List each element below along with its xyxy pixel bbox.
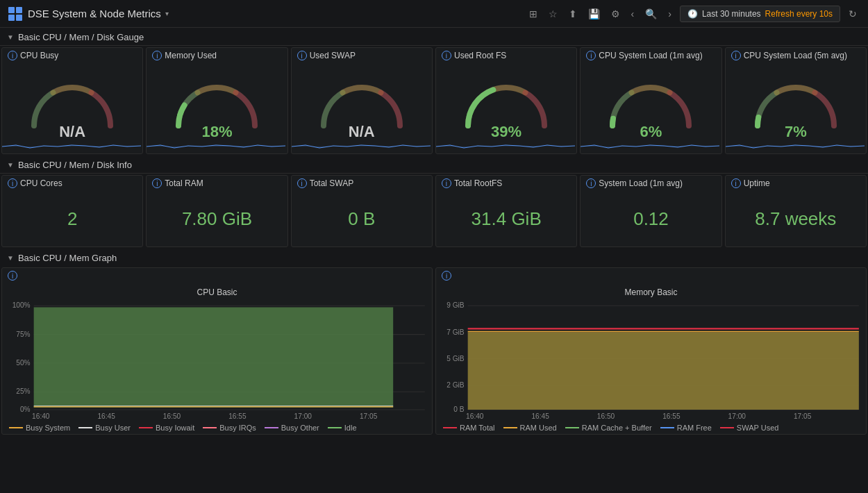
info-title-bar-0: i CPU Cores [2, 176, 142, 191]
legend-item-4[interactable]: Busy Other [265, 424, 319, 432]
graph-section-header[interactable]: ▼ Basic CPU / Mem Graph [0, 249, 868, 266]
back-button[interactable]: ‹ [628, 6, 637, 22]
gauge-panel-row: i CPU Busy N/A i Memory Used 1 [0, 45, 868, 156]
mem-graph-info-icon[interactable]: i [442, 271, 451, 281]
svg-text:16:55: 16:55 [662, 412, 681, 420]
info-panel-5: i Uptime 8.7 weeks [725, 175, 867, 247]
gauge-title-1: Memory Used [165, 51, 217, 60]
gauge-section-header[interactable]: ▼ Basic CPU / Mem / Disk Gauge [0, 28, 868, 45]
svg-text:75%: 75% [16, 331, 30, 338]
legend-color-4 [720, 427, 734, 428]
svg-text:50%: 50% [16, 359, 30, 367]
legend-item-0[interactable]: Busy System [9, 424, 70, 432]
svg-text:16:45: 16:45 [98, 412, 116, 420]
info-panel-1: i Total RAM 7.80 GiB [146, 175, 287, 247]
svg-text:17:00: 17:00 [294, 412, 312, 420]
legend-label-2: RAM Cache + Buffer [582, 424, 652, 432]
info-panel-0: i CPU Cores 2 [1, 175, 143, 247]
svg-text:9 GiB: 9 GiB [446, 301, 465, 309]
svg-text:7 GiB: 7 GiB [446, 328, 465, 336]
time-range-picker[interactable]: 🕐 Last 30 minutes Refresh every 10s [680, 6, 840, 22]
gauge-sparkline-2 [292, 133, 431, 153]
mem-graph-panel: i Memory Basic 9 GiB 7 GiB 5 GiB 2 GiB 0… [435, 267, 867, 435]
cpu-graph-info-icon[interactable]: i [8, 271, 17, 281]
legend-item-3[interactable]: RAM Free [660, 424, 712, 432]
info-value-1: 7.80 GiB [147, 191, 287, 246]
info-icon-2[interactable]: i [297, 178, 307, 188]
share-button[interactable]: ⬆ [566, 6, 580, 22]
add-panel-button[interactable]: ⊞ [526, 6, 540, 22]
cpu-graph-panel: i CPU Basic 100% 75% 50% 25% 0% [1, 267, 433, 435]
info-title-3: Total RootFS [454, 178, 502, 188]
svg-text:17:00: 17:00 [728, 412, 746, 420]
gauge-panel-3: i Used Root FS 39% [435, 47, 577, 154]
svg-text:100%: 100% [12, 301, 31, 309]
info-value-2: 0 B [292, 191, 432, 246]
panel-title-bar-5: i CPU System Load (5m avg) [726, 48, 866, 63]
info-icon-1[interactable]: i [152, 178, 162, 188]
info-title-bar-5: i Uptime [726, 176, 866, 191]
panel-title-bar-1: i Memory Used [147, 48, 287, 63]
svg-text:16:50: 16:50 [163, 412, 181, 420]
legend-item-5[interactable]: Idle [328, 424, 357, 432]
info-title-bar-2: i Total SWAP [292, 176, 432, 191]
cpu-legend: Busy System Busy User Busy Iowait Busy I… [2, 421, 432, 435]
svg-text:16:45: 16:45 [532, 412, 550, 420]
info-section-header[interactable]: ▼ Basic CPU / Mem / Disk Info [0, 156, 868, 173]
panel-info-icon-2[interactable]: i [297, 51, 307, 60]
zoom-out-button[interactable]: 🔍 [642, 6, 660, 22]
panel-info-icon-5[interactable]: i [731, 51, 741, 60]
info-panel-3: i Total RootFS 31.4 GiB [435, 175, 577, 247]
legend-label-1: RAM Used [520, 424, 557, 432]
header-actions: ⊞ ☆ ⬆ 💾 ⚙ ‹ 🔍 › 🕐 Last 30 minutes Refres… [526, 6, 860, 22]
legend-item-3[interactable]: Busy IRQs [203, 424, 256, 432]
gauge-panel-4: i CPU System Load (1m avg) 6% [580, 47, 721, 154]
info-value-0: 2 [2, 191, 142, 246]
panel-title-bar-3: i Used Root FS [436, 48, 576, 63]
refresh-button[interactable]: ↻ [846, 6, 860, 22]
info-title-2: Total SWAP [310, 178, 354, 188]
legend-label-0: Busy System [26, 424, 70, 432]
panel-info-icon-3[interactable]: i [442, 51, 451, 60]
legend-item-2[interactable]: RAM Cache + Buffer [565, 424, 652, 432]
info-value-5: 8.7 weeks [726, 191, 866, 246]
gauge-title-4: CPU System Load (1m avg) [599, 51, 702, 60]
info-icon-3[interactable]: i [442, 178, 451, 188]
legend-item-2[interactable]: Busy Iowait [139, 424, 194, 432]
legend-item-4[interactable]: SWAP Used [720, 424, 779, 432]
info-icon-4[interactable]: i [586, 178, 596, 188]
star-button[interactable]: ☆ [546, 6, 560, 22]
legend-label-1: Busy User [95, 424, 131, 432]
legend-color-2 [139, 427, 153, 428]
panel-info-icon-0[interactable]: i [8, 51, 17, 60]
info-panel-4: i System Load (1m avg) 0.12 [580, 175, 721, 247]
gauge-sparkline-1 [147, 133, 285, 153]
panel-info-icon-1[interactable]: i [152, 51, 162, 60]
forward-button[interactable]: › [665, 6, 674, 22]
svg-text:25%: 25% [16, 387, 30, 395]
legend-color-0 [443, 427, 457, 428]
legend-item-1[interactable]: RAM Used [503, 424, 557, 432]
info-icon-5[interactable]: i [731, 178, 741, 188]
legend-item-0[interactable]: RAM Total [443, 424, 495, 432]
save-button[interactable]: 💾 [585, 6, 603, 22]
info-section-arrow: ▼ [7, 161, 14, 169]
legend-color-2 [565, 427, 579, 428]
info-section-title: Basic CPU / Mem / Disk Info [18, 160, 132, 170]
cpu-graph-svg: 100% 75% 50% 25% 0% 16:40 16:45 16:50 16… [2, 299, 432, 421]
legend-label-5: Idle [344, 424, 357, 432]
svg-text:5 GiB: 5 GiB [446, 355, 465, 362]
panel-title-bar-2: i Used SWAP [292, 48, 432, 63]
settings-button[interactable]: ⚙ [608, 6, 623, 22]
info-panel-2: i Total SWAP 0 B [291, 175, 433, 247]
info-icon-0[interactable]: i [8, 178, 17, 188]
svg-marker-27 [468, 333, 859, 410]
info-value-4: 0.12 [581, 191, 721, 246]
title-dropdown-icon[interactable]: ▾ [165, 10, 169, 17]
gauge-section-arrow: ▼ [7, 33, 14, 41]
legend-item-1[interactable]: Busy User [78, 424, 131, 432]
legend-label-3: Busy IRQs [219, 424, 256, 432]
gauge-sparkline-3 [436, 133, 575, 153]
svg-text:17:05: 17:05 [360, 412, 378, 420]
panel-info-icon-4[interactable]: i [586, 51, 596, 60]
